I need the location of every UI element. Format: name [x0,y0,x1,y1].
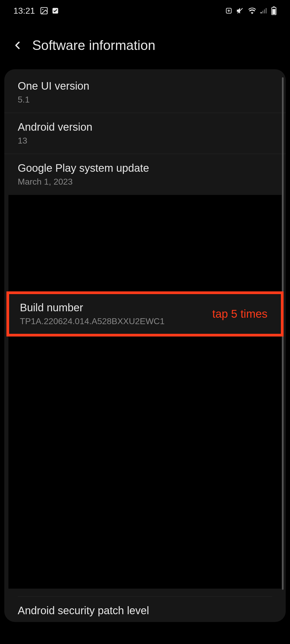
list-item-android[interactable]: Android version 13 [4,113,286,154]
list-item-security[interactable]: Android security patch level [4,597,286,617]
status-right [225,6,277,15]
svg-rect-6 [264,9,265,13]
page-title: Software information [32,38,155,53]
back-button[interactable] [11,39,24,52]
item-title: Android version [18,121,272,133]
svg-rect-4 [261,12,262,13]
svg-rect-5 [262,11,263,13]
battery-icon [271,6,277,15]
redacted-panel [8,195,282,291]
svg-point-1 [42,9,43,10]
item-value: March 1, 2023 [18,177,272,187]
data-saver-icon [225,7,233,14]
signal-icon [260,7,268,15]
list-item-one-ui[interactable]: One UI version 5.1 [4,72,286,113]
build-left: Build number TP1A.220624.014.A528BXXU2EW… [20,302,212,326]
annotation-text: tap 5 times [212,308,267,320]
item-title: Google Play system update [18,162,272,174]
redacted-panel [8,336,282,589]
item-value: 5.1 [18,95,272,105]
list-item-build[interactable]: Build number TP1A.220624.014.A528BXXU2EW… [6,291,284,336]
image-icon [40,6,48,15]
svg-rect-10 [272,9,275,14]
checkbox-icon [52,7,59,14]
status-bar: 13:21 [0,0,290,21]
mute-icon [236,6,244,15]
status-time: 13:21 [13,6,35,16]
status-left: 13:21 [13,6,59,16]
item-title: One UI version [18,80,272,92]
item-value: TP1A.220624.014.A528BXXU2EWC1 [20,316,212,326]
chevron-left-icon [11,39,24,52]
header: Software information [0,21,290,69]
item-title: Android security patch level [18,605,272,617]
item-value: 13 [18,136,272,146]
list-item-gplay[interactable]: Google Play system update March 1, 2023 [4,154,286,195]
content-panel: One UI version 5.1 Android version 13 Go… [4,69,286,622]
status-icons-left [40,6,59,15]
svg-rect-7 [266,8,267,13]
item-title: Build number [20,302,212,314]
wifi-icon [248,6,257,15]
